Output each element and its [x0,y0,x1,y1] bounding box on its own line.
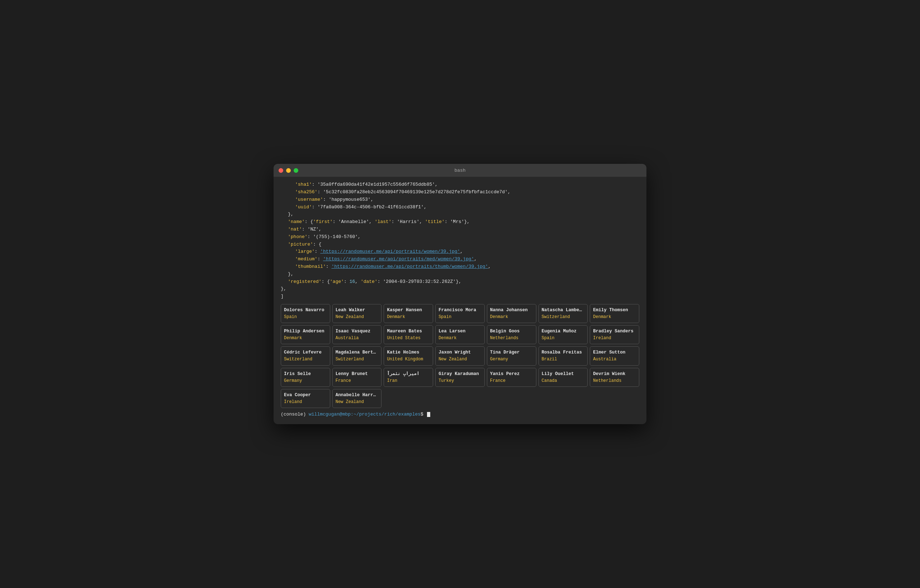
card-name: امیراپ نئمرآ [387,370,430,377]
card[interactable]: Iris Selle Germany [281,368,330,387]
code-line: 'thumbnail': 'https://randomuser.me/api/… [281,263,639,271]
token-punct: : [392,219,397,224]
card[interactable]: Eugenia Muñoz Spain [539,325,588,344]
token-punct: : [302,227,308,232]
token-val-str: 'NZ' [308,227,319,232]
token-punct: , [435,182,438,187]
card[interactable]: Isaac Vasquez Australia [332,325,382,344]
card-country: Australia [335,335,379,342]
card[interactable]: Lenny Brunet France [332,368,382,387]
card-name: Isaac Vasquez [335,328,379,335]
card[interactable]: Leah Walker New Zealand [332,304,382,323]
card-name: Lily Ouellet [542,370,585,377]
card[interactable]: Eva Cooper Ireland [281,389,330,408]
card-name: Emily Thomsen [593,306,636,314]
minimize-button[interactable] [286,168,291,173]
card[interactable]: Emily Thomsen Denmark [590,304,639,323]
token-punct: , [420,219,425,224]
card-country: United States [387,335,430,342]
card-country: Netherlands [593,377,636,384]
card-country: Iran [387,377,430,384]
titlebar: bash [274,164,646,177]
card[interactable]: Lily Ouellet Canada [539,368,588,387]
token-punct: : { [322,279,330,284]
card-name: Philip Andersen [284,328,327,335]
code-line: 'phone': '(755)-140-5760', [281,233,639,241]
card[interactable]: Tina Dräger Germany [487,347,536,365]
code-line: 'name': {'first': 'Annabelle', 'last': '… [281,218,639,226]
token-key: 'age' [330,279,344,284]
card-country: United Kingdom [387,356,430,363]
token-punct: , [355,279,361,284]
card[interactable]: Jaxon Wright New Zealand [435,347,485,365]
card[interactable]: Cédric Lefevre Switzerland [281,347,330,365]
prompt-user: willmcgugan@mbp:~/projects/rich/examples [309,411,421,417]
card[interactable]: Francisco Mora Spain [435,304,485,323]
token-punct: , [474,256,477,262]
card[interactable]: Magdalena Bertrand Switzerland [332,347,382,365]
code-line: 'uuid': '7fa0a008-364c-4506-bfb2-41f61cc… [281,204,639,211]
card[interactable]: Belgin Goos Netherlands [487,325,536,344]
card-country: Spain [284,314,327,321]
window-title: bash [454,168,465,173]
card[interactable]: Philip Andersen Denmark [281,325,330,344]
token-key: 'username' [295,197,323,202]
token-punct: : { [305,219,313,224]
card-name: Elmer Sutton [593,349,636,356]
card-country: New Zealand [439,356,481,363]
card-country: Netherlands [490,335,533,342]
card-name: Eva Cooper [284,392,327,399]
token-punct: : [315,249,321,254]
card-name: Eugenia Muñoz [542,328,585,335]
token-val-str: '(755)-140-5760' [313,234,358,240]
token-key: 'nat' [288,227,302,232]
card[interactable]: Devrim Wienk Netherlands [590,368,639,387]
card-name: Kasper Hansen [387,306,430,314]
card-name: Katie Holmes [387,349,430,356]
card[interactable]: Elmer Sutton Australia [590,347,639,365]
token-punct: , [488,264,491,269]
card[interactable]: Bradley Sanders Ireland [590,325,639,344]
card-country: Spain [439,314,481,321]
cursor [427,412,430,417]
token-key: 'sha256' [295,189,317,195]
code-output: 'sha1': '35a0ffda690da41f42e1d1957c556d6… [281,181,639,300]
card[interactable]: Rosalba Freitas Brazil [539,347,588,365]
card[interactable]: Natascha Lambert Switzerland [539,304,588,323]
token-key: 'title' [425,219,445,224]
code-line: 'sha1': '35a0ffda690da41f42e1d1957c556d6… [281,181,639,189]
token-punct: : [323,197,329,202]
card[interactable]: Annabelle Harris New Zealand [332,389,382,408]
card[interactable]: امیراپ نئمرآ Iran [384,368,433,387]
token-punct: , [319,227,322,232]
token-key: 'sha1' [295,182,312,187]
card-name: Devrim Wienk [593,370,636,377]
card[interactable]: Dolores Navarro Spain [281,304,330,323]
token-punct: : [377,279,383,284]
maximize-button[interactable] [294,168,298,173]
card[interactable]: Katie Holmes United Kingdom [384,347,433,365]
card-country: Brazil [542,356,585,363]
token-punct: }, [281,286,287,292]
card[interactable]: Yanis Perez France [487,368,536,387]
card-name: Yanis Perez [490,370,533,377]
token-key: 'large' [295,249,315,254]
card[interactable]: Kasper Hansen Denmark [384,304,433,323]
token-punct: }, [288,212,294,217]
card-country: Denmark [439,335,481,342]
card[interactable]: Lea Larsen Denmark [435,325,485,344]
card-country: Canada [542,377,585,384]
card-name: Tina Dräger [490,349,533,356]
close-button[interactable] [279,168,283,173]
card[interactable]: Nanna Johansen Denmark [487,304,536,323]
code-line: }, [281,211,639,218]
card-name: Annabelle Harris [335,392,379,399]
card-country: Switzerland [335,356,379,363]
token-punct: , [358,234,361,240]
card[interactable]: Giray Karaduman Turkey [435,368,485,387]
card[interactable]: Maureen Bates United States [384,325,433,344]
token-punct: , [424,204,427,210]
token-punct: }, [456,279,462,284]
card-country: Switzerland [542,314,585,321]
card-country: Ireland [284,399,327,405]
